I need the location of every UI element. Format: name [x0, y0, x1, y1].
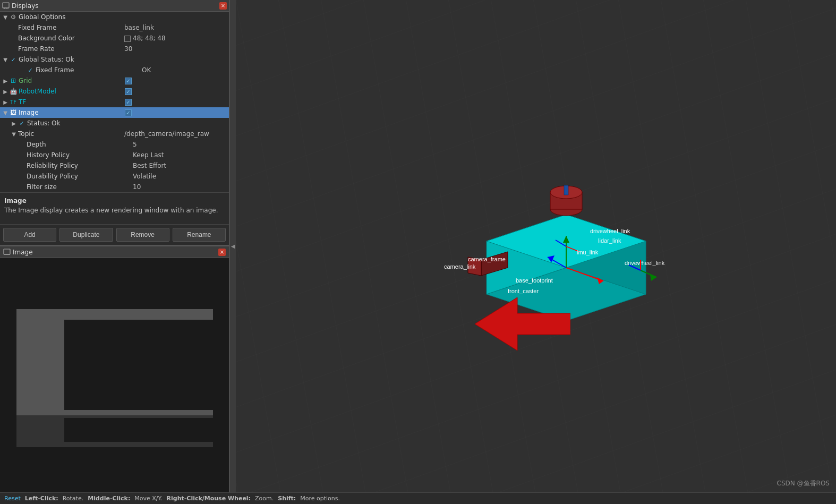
check-icon-fixed-frame: ✓: [27, 66, 34, 74]
button-bar: Add Duplicate Remove Rename: [0, 224, 229, 245]
check-icon-global-status: ✓: [10, 56, 17, 63]
tree-item-depth[interactable]: Depth 5: [0, 139, 229, 150]
description-area: Image The Image display creates a new re…: [0, 192, 229, 224]
filter-size-value: 10: [133, 183, 227, 191]
add-button[interactable]: Add: [3, 228, 56, 242]
depth-label: Depth: [27, 141, 133, 148]
reliability-policy-value: Best Effort: [133, 162, 227, 169]
robot-model-checkbox: ✓: [125, 88, 227, 95]
tree-item-reliability-policy[interactable]: Reliability Policy Best Effort: [0, 160, 229, 171]
robot-model-check-box[interactable]: ✓: [125, 88, 132, 95]
expand-arrow-bg-color: [11, 35, 17, 41]
fixed-frame-value: base_link: [124, 24, 227, 31]
image-panel-icon: [3, 249, 11, 256]
expand-arrow-frame-rate: [11, 46, 17, 52]
depth-value: 5: [133, 141, 227, 148]
svg-text:drivewheel_link: drivewheel_link: [625, 260, 665, 266]
svg-text:camera_frame: camera_frame: [468, 256, 506, 262]
frame-rate-value: 30: [124, 45, 227, 53]
image-panel-close-button[interactable]: ×: [218, 249, 226, 256]
image-check-box[interactable]: ✓: [125, 109, 132, 116]
tree-item-global-status[interactable]: ▼ ✓ Global Status: Ok: [0, 54, 229, 65]
tree-item-status-ok[interactable]: ▶ ✓ Status: Ok: [0, 118, 229, 129]
fixed-frame-ok-label: Fixed Frame: [36, 66, 142, 74]
svg-text:base_footprint: base_footprint: [516, 277, 553, 284]
tf-checkbox: ✓: [125, 98, 227, 106]
grid-check-box[interactable]: ✓: [125, 78, 132, 84]
durability-policy-value: Volatile: [133, 173, 227, 180]
expand-arrow-depth: [19, 141, 25, 148]
grid-checkbox: ✓: [125, 77, 227, 84]
status-bar: Reset Left-Click: Rotate. Middle-Click: …: [0, 492, 836, 504]
global-options-label: Global Options: [19, 13, 125, 21]
tree-item-global-options[interactable]: ▼ ⚙ Global Options: [0, 12, 229, 22]
expand-arrow-fixed-frame-ok: [19, 67, 25, 73]
tree-item-tf[interactable]: ▶ TF TF ✓: [0, 97, 229, 107]
svg-marker-40: [475, 297, 570, 351]
tree-item-fixed-frame-ok[interactable]: ✓ Fixed Frame OK: [0, 65, 229, 75]
tree-item-robot-model[interactable]: ▶ 🤖 RobotModel ✓: [0, 86, 229, 97]
svg-text:lidar_link: lidar_link: [598, 237, 621, 244]
expand-arrow-history-policy: [19, 152, 25, 158]
tree-item-durability-policy[interactable]: Durability Policy Volatile: [0, 171, 229, 182]
expand-arrow-topic: ▼: [11, 131, 17, 137]
expand-arrow-status-ok: ▶: [11, 120, 17, 126]
svg-rect-16: [564, 185, 568, 195]
reset-button[interactable]: Reset: [4, 495, 21, 502]
tree-item-image[interactable]: ▼ 🖼 Image ✓: [0, 107, 229, 118]
collapse-handle[interactable]: ◀: [229, 0, 236, 492]
expand-arrow-global-status: ▼: [2, 56, 8, 63]
svg-text:camera_link: camera_link: [444, 263, 476, 270]
expand-arrow-reliability-policy: [19, 163, 25, 169]
fixed-frame-ok-value: OK: [142, 66, 227, 74]
displays-scrollable[interactable]: ▼ ⚙ Global Options Fixed Frame base_link…: [0, 12, 229, 192]
depth-dark-rect: [64, 418, 213, 442]
history-policy-label: History Policy: [27, 151, 133, 159]
watermark: CSDN @鱼香ROS: [777, 479, 830, 488]
description-body: The Image display creates a new renderin…: [4, 207, 225, 214]
topic-value: /depth_camera/image_raw: [124, 130, 227, 138]
color-swatch: [124, 36, 131, 42]
tree-item-history-policy[interactable]: History Policy Keep Last: [0, 150, 229, 160]
tree-item-filter-size[interactable]: Filter size 10: [0, 182, 229, 192]
expand-arrow-fixed-frame: [11, 24, 17, 31]
tree-item-background-color[interactable]: Background Color 48; 48; 48: [0, 33, 229, 44]
expand-arrow-global-options: ▼: [2, 14, 8, 20]
displays-close-button[interactable]: ×: [219, 2, 227, 10]
global-status-label: Global Status: Ok: [19, 56, 125, 63]
tree-item-frame-rate[interactable]: Frame Rate 30: [0, 44, 229, 54]
right-click-label: Right-Click/Mouse Wheel:: [167, 495, 251, 502]
tf-check-box[interactable]: ✓: [125, 99, 132, 106]
depth-image: [16, 309, 213, 442]
image-panel-title: Image: [13, 249, 218, 256]
middle-click-action: Move X/Y.: [134, 495, 162, 502]
rename-button[interactable]: Rename: [173, 228, 226, 242]
history-policy-value: Keep Last: [133, 151, 227, 159]
remove-button[interactable]: Remove: [116, 228, 169, 242]
expand-arrow-durability-policy: [19, 173, 25, 180]
duplicate-button[interactable]: Duplicate: [59, 228, 113, 242]
displays-header: Displays ×: [0, 0, 229, 12]
viewport-3d[interactable]: drivewheel_link lidar_link imu_link came…: [236, 0, 836, 492]
left-panel: Displays × ▼ ⚙ Global Options Fixed Fram…: [0, 0, 229, 492]
durability-policy-label: Durability Policy: [27, 173, 133, 180]
gear-icon: ⚙: [10, 13, 17, 21]
tree-item-fixed-frame[interactable]: Fixed Frame base_link: [0, 22, 229, 33]
check-icon-status-ok: ✓: [18, 119, 25, 127]
left-click-action: Rotate.: [63, 495, 84, 502]
svg-text:drivewheel_link: drivewheel_link: [590, 228, 630, 234]
image-content: [0, 258, 229, 492]
displays-tree-area: ▼ ⚙ Global Options Fixed Frame base_link…: [0, 12, 229, 245]
expand-arrow-tf: ▶: [2, 99, 8, 105]
left-panel-inner: Displays × ▼ ⚙ Global Options Fixed Fram…: [0, 0, 229, 492]
grid-label: Grid: [19, 77, 125, 84]
tree-item-topic[interactable]: ▼ Topic /depth_camera/image_raw: [0, 129, 229, 139]
tree-item-grid[interactable]: ▶ ⊞ Grid ✓: [0, 75, 229, 86]
image-panel: Image ×: [0, 245, 229, 492]
expand-arrow-image: ▼: [2, 109, 8, 116]
svg-rect-0: [3, 3, 9, 8]
background-color-value: 48; 48; 48: [124, 35, 227, 42]
right-click-action: Zoom.: [255, 495, 274, 502]
background-color-label: Background Color: [18, 35, 124, 42]
collapse-arrow-icon: ◀: [231, 243, 235, 249]
